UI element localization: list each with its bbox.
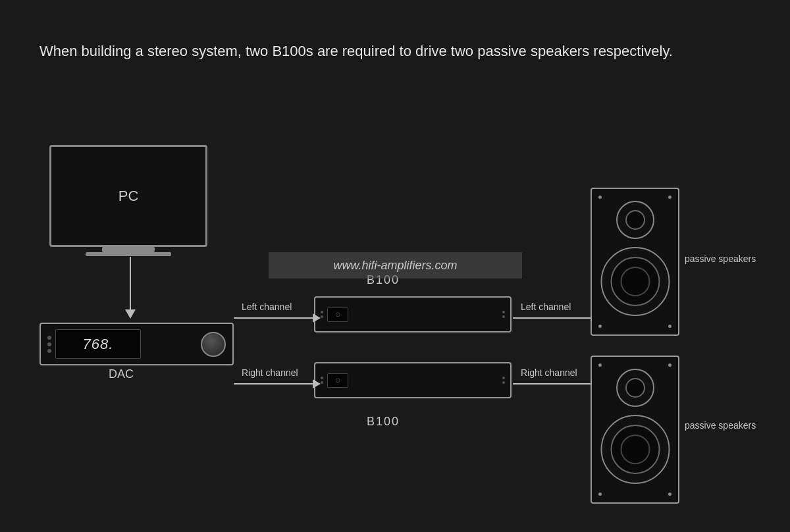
passive-speakers-top-label: passive speakers	[685, 253, 756, 264]
b100-top-dots-right	[502, 311, 505, 318]
left-channel-arrow-2	[513, 313, 600, 323]
speaker-top	[591, 188, 679, 336]
pc-monitor: PC	[49, 145, 207, 247]
description-text: When building a stereo system, two B100s…	[40, 40, 750, 63]
speaker-bottom	[591, 356, 679, 504]
b100-bottom-body	[352, 363, 502, 397]
b100-top-display: ⊙	[327, 307, 348, 322]
right-channel-label-1: Right channel	[242, 367, 298, 378]
watermark: www.hifi-amplifiers.com	[269, 252, 522, 279]
b100-bottom-title: B100	[367, 415, 400, 429]
left-channel-arrow-1	[234, 313, 321, 323]
b100-top-dots-left	[321, 311, 323, 318]
pc-base	[86, 252, 171, 256]
pc-label: PC	[118, 188, 139, 205]
pc-stand	[102, 247, 155, 252]
b100-bottom-dots-left	[321, 377, 323, 384]
dac-unit: 768.	[40, 323, 234, 365]
right-channel-arrow-1	[234, 379, 321, 388]
b100-top-body	[352, 298, 502, 331]
b100-bottom-dots-right	[502, 377, 505, 384]
dac-label: DAC	[109, 367, 134, 381]
right-channel-label-2: Right channel	[521, 367, 577, 378]
passive-speakers-bottom-label: passive speakers	[685, 420, 756, 431]
dac-knob	[201, 332, 226, 357]
right-channel-arrow-2	[513, 379, 600, 388]
dac-freq: 768.	[83, 336, 114, 353]
b100-bottom-unit: ⊙	[314, 362, 512, 398]
left-channel-label-1: Left channel	[242, 302, 292, 312]
pc-to-dac-arrow	[125, 257, 136, 319]
left-channel-label-2: Left channel	[521, 302, 571, 312]
b100-bottom-display: ⊙	[327, 373, 348, 388]
b100-top-unit: ⊙	[314, 296, 512, 332]
dac-dots-left	[47, 336, 51, 353]
dac-display: 768.	[55, 329, 141, 359]
